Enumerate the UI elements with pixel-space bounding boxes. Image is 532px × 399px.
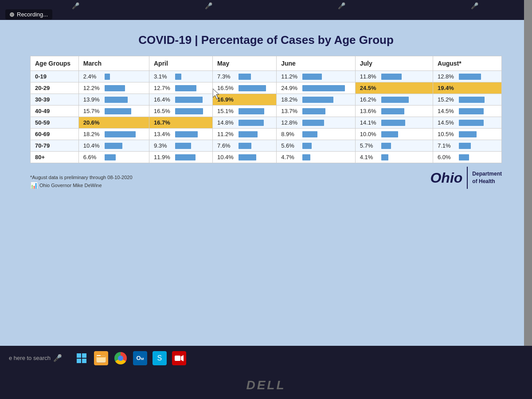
cell-august: 6.0% <box>433 152 502 163</box>
search-area[interactable]: e here to search 🎤 <box>9 354 62 362</box>
cell-july: 16.2% <box>355 94 433 106</box>
cell-june: 8.9% <box>277 129 356 140</box>
header-age-groups: Age Groups <box>31 56 79 71</box>
header-july: July <box>355 56 433 71</box>
cell-may: 11.2% <box>213 129 277 140</box>
cell-july: 4.1% <box>355 152 433 163</box>
table-row: 70-7910.4%9.3%7.6%5.6%5.7%7.1% <box>31 140 502 152</box>
cell-june: 18.2% <box>277 94 356 106</box>
outlook-icon[interactable]: OM <box>133 351 147 365</box>
cell-april: 9.3% <box>149 140 212 152</box>
cell-july: 13.6% <box>355 106 433 117</box>
table-row: 40-4915.7%16.5%15.1%13.7%13.6%14.5% <box>31 106 502 117</box>
windows-icon[interactable] <box>74 351 89 365</box>
cell-august: 7.1% <box>433 140 502 152</box>
dell-logo: DELL <box>246 378 286 392</box>
header-may: May <box>213 56 277 71</box>
cell-may: 10.4% <box>213 152 277 163</box>
cell-april: 16.4% <box>149 94 212 106</box>
footnote-area: *August data is preliminary through 08-1… <box>30 175 133 189</box>
cell-july: 5.7% <box>355 140 433 152</box>
cell-june: 5.6% <box>277 140 356 152</box>
cell-august: 12.8% <box>433 71 502 82</box>
header-march: March <box>78 56 149 71</box>
chrome-center <box>118 356 123 361</box>
ohio-logo: Ohio Departmentof Health <box>430 167 502 189</box>
table-header-row: Age Groups March April May June July Aug… <box>31 56 502 71</box>
cell-august: 10.5% <box>433 129 502 140</box>
cell-age: 0-19 <box>31 71 79 82</box>
cell-june: 11.2% <box>277 71 356 82</box>
mic-icon-2: 🎤 <box>205 2 212 9</box>
cell-april: 12.7% <box>149 82 212 94</box>
cell-march: 20.6% <box>78 117 149 129</box>
table-row: 50-5920.6%16.7%14.8%12.8%14.1%14.5% <box>31 117 502 129</box>
ohio-divider <box>467 167 468 189</box>
cell-age: 50-59 <box>31 117 79 129</box>
svg-marker-10 <box>181 355 184 361</box>
cell-age: 40-49 <box>31 106 79 117</box>
header-june: June <box>277 56 356 71</box>
screen: 🎤 🎤 🎤 🎤 Recording... COVID-19 | Percenta… <box>0 0 532 346</box>
header-april: April <box>149 56 212 71</box>
cell-june: 4.7% <box>277 152 356 163</box>
cell-march: 2.4% <box>78 71 149 82</box>
skype-symbol: S <box>157 354 162 362</box>
cell-march: 12.2% <box>78 82 149 94</box>
cell-age: 70-79 <box>31 140 79 152</box>
cell-june: 24.9% <box>277 82 356 94</box>
top-bar: 🎤 🎤 🎤 🎤 Recording... <box>0 0 532 20</box>
cell-may: 14.8% <box>213 117 277 129</box>
camera-icon[interactable] <box>172 351 186 365</box>
cell-august: 15.2% <box>433 94 502 106</box>
table-row: 60-6918.2%13.4%11.2%8.9%10.0%10.5% <box>31 129 502 140</box>
file-explorer-icon[interactable] <box>94 351 108 365</box>
cell-june: 12.8% <box>277 117 356 129</box>
search-mic-icon[interactable]: 🎤 <box>53 354 62 362</box>
mic-icon-1: 🎤 <box>72 2 79 9</box>
cell-august: 14.5% <box>433 117 502 129</box>
cell-april: 3.1% <box>149 71 212 82</box>
chrome-icon[interactable] <box>113 351 128 365</box>
skype-icon[interactable]: S <box>153 351 167 365</box>
slide-title: COVID-19 | Percentage of Cases by Age Gr… <box>138 33 394 47</box>
cell-may: 16.5% <box>213 82 277 94</box>
cell-march: 6.6% <box>78 152 149 163</box>
table-row: 30-3913.9%16.4%16.9%18.2%16.2%15.2% <box>31 94 502 106</box>
cell-july: 11.8% <box>355 71 433 82</box>
cell-age: 20-29 <box>31 82 79 94</box>
cell-july: 10.0% <box>355 129 433 140</box>
cell-april: 13.4% <box>149 129 212 140</box>
table-row: 80+6.6%11.9%10.4%4.7%4.1%6.0% <box>31 152 502 163</box>
cell-april: 16.7% <box>149 117 212 129</box>
cell-age: 60-69 <box>31 129 79 140</box>
cell-march: 13.9% <box>78 94 149 106</box>
recording-dot <box>10 12 14 17</box>
cell-may: 7.3% <box>213 71 277 82</box>
right-sidebar-scrollbar[interactable] <box>524 0 532 346</box>
taskbar-icons: OM S <box>74 351 186 365</box>
taskbar: e here to search 🎤 <box>0 346 532 399</box>
slide-footer: *August data is preliminary through 08-1… <box>30 167 502 191</box>
svg-rect-2 <box>82 353 86 358</box>
data-table: Age Groups March April May June July Aug… <box>30 56 502 163</box>
slide-area: COVID-19 | Percentage of Cases by Age Gr… <box>0 20 532 346</box>
recording-label: Recording... <box>17 11 48 18</box>
footnote-text: *August data is preliminary through 08-1… <box>30 175 133 180</box>
cell-age: 30-39 <box>31 94 79 106</box>
ohio-text: Ohio <box>430 170 462 186</box>
mic-icon-4: 🎤 <box>471 2 478 9</box>
cell-may: 7.6% <box>213 140 277 152</box>
cell-july: 24.5% <box>355 82 433 94</box>
cell-august: 14.5% <box>433 106 502 117</box>
ohio-dept: Departmentof Health <box>472 170 502 185</box>
chrome-ring <box>114 352 127 364</box>
svg-rect-3 <box>77 359 81 363</box>
cell-march: 10.4% <box>78 140 149 152</box>
cell-march: 15.7% <box>78 106 149 117</box>
svg-rect-8 <box>97 356 106 357</box>
mic-icon-3: 🎤 <box>338 2 345 9</box>
table-row: 0-192.4%3.1%7.3%11.2%11.8%12.8% <box>31 71 502 82</box>
table-row: 20-2912.2%12.7%16.5%24.9%24.5%19.4% <box>31 82 502 94</box>
cell-august: 19.4% <box>433 82 502 94</box>
